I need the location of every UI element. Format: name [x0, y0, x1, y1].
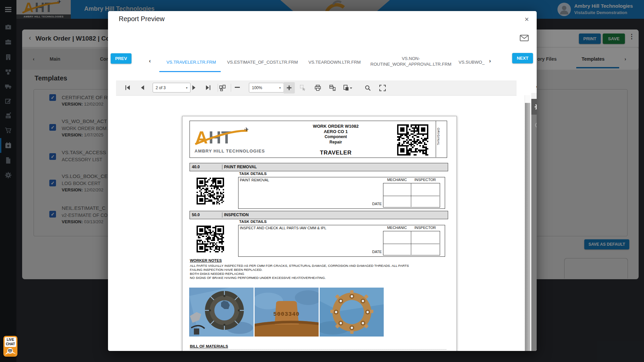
worker-note-line: ALL PARTS VISUALLY INSPECTED AS PER CMM …: [190, 264, 409, 267]
bom-header: OFF: [428, 351, 438, 351]
inspector-label: INSPECTOR: [411, 226, 439, 230]
photo-brake-disc: [189, 288, 254, 337]
prev-report-button[interactable]: PREV: [111, 53, 131, 64]
section-title: PAINT REMOVAL: [222, 165, 257, 170]
scrollbar-thumb[interactable]: [525, 103, 530, 351]
date-label: DATE: [358, 250, 382, 254]
viewer-search-button[interactable]: [365, 85, 371, 91]
report-line4: Repair: [280, 140, 391, 144]
zoom-in-button[interactable]: [283, 82, 295, 94]
task-qr-code: [197, 178, 224, 204]
live-chat-label: LIVECHAT: [5, 337, 16, 347]
fullscreen-button[interactable]: [379, 85, 386, 91]
report-doc-title: TRAVELER: [280, 149, 391, 156]
report-original-label: ORIGINAL: [437, 128, 440, 151]
prev-page-button[interactable]: [140, 85, 145, 90]
next-report-button[interactable]: NEXT: [512, 53, 533, 63]
bom-header: PN: [191, 351, 196, 351]
bom-header: UOM: [341, 351, 350, 351]
report-viewer: 2 of 3▾ 100%▾: [116, 80, 517, 351]
print-button[interactable]: [315, 85, 321, 91]
page-layout-button[interactable]: [219, 85, 226, 91]
email-icon[interactable]: [519, 35, 529, 42]
report-tab[interactable]: VS.NON-ROUTINE_WORK_APPROVAL.LTR.FRM: [367, 56, 454, 67]
live-chat-mascot-icon: [4, 347, 16, 356]
screen: ‹ Work Order | W1082 | Com PRINT SAVE ⋮ …: [0, 0, 644, 362]
photo-back-up-ring: [320, 288, 384, 337]
next-page-button[interactable]: [191, 85, 197, 90]
inspector-label: INSPECTOR: [411, 178, 439, 182]
bom-header: DESCRIPTION: [227, 351, 252, 351]
pan-select-button[interactable]: [300, 85, 306, 91]
search-icon[interactable]: [534, 122, 537, 129]
gear-icon: [534, 103, 537, 111]
task-qr-code: [197, 226, 224, 252]
zoom-out-button[interactable]: [234, 86, 240, 88]
report-preview-modal: Report Preview × PREV NEXT ‹ VS.TRAVELER…: [108, 11, 537, 351]
mechanic-label: MECHANIC: [383, 226, 411, 230]
report-tab[interactable]: VS.TRAVELER.LTR.FRM: [158, 60, 225, 65]
bom-header: QTY:: [391, 351, 399, 351]
export-button[interactable]: [343, 85, 352, 91]
task-text: PAINT REMOVAL: [240, 178, 269, 182]
report-work-order: WORK ORDER W1082: [280, 124, 391, 129]
close-icon[interactable]: ×: [525, 15, 529, 24]
worker-notes-label: WORKER NOTES: [190, 258, 222, 262]
report-line3: Component: [280, 134, 391, 139]
svg-text:5003340: 5003340: [273, 311, 300, 317]
section-bar: 40.0 PAINT REMOVAL: [190, 163, 448, 171]
live-chat-button[interactable]: LIVECHAT: [3, 336, 17, 357]
section-bar: 50.0 INSPECTION: [190, 211, 448, 219]
bom-header: ON: [405, 351, 414, 351]
bom-label: BILL OF MATERIALS: [190, 344, 228, 348]
active-tab-underline: [159, 71, 221, 72]
section-title: INSPECTION: [222, 213, 249, 218]
svg-text:✈: ✈: [244, 127, 249, 133]
report-customer: AERO CO 1: [280, 129, 391, 134]
section-number: 50.0: [192, 213, 200, 217]
report-tab[interactable]: VS.TEARDOWN.LTR.FRM: [304, 60, 366, 65]
report-logo-caption: AMBRY HILL TECHNOLOGIES: [195, 148, 265, 154]
bom-divider: [190, 349, 446, 350]
mechanic-label: MECHANIC: [383, 178, 411, 182]
page-select[interactable]: 2 of 3▾: [153, 83, 191, 93]
report-tab[interactable]: VS.SUBWO_: [456, 60, 487, 65]
report-tabs-scroll-left-icon[interactable]: ‹: [149, 58, 151, 64]
task-details-label: TASK DETAILS: [239, 220, 267, 224]
report-qr-code: [397, 124, 428, 156]
last-page-button[interactable]: [205, 85, 211, 90]
section-number: 40.0: [192, 165, 200, 169]
viewer-search-panel: [531, 115, 537, 351]
bom-header: FIGURE/ITEM: [358, 351, 382, 351]
photo-stamped-part: 5003340: [255, 288, 319, 337]
bom-header: REM: [438, 351, 448, 351]
first-page-button[interactable]: [125, 85, 130, 90]
print-page-button[interactable]: [329, 85, 336, 91]
task-text: INSPECT AND CHECK ALL PARTS IAW CMM & IP…: [240, 226, 326, 230]
task-details-label: TASK DETAILS: [239, 172, 267, 176]
bom-header: CD: [330, 351, 336, 351]
worker-note-line: BOTH DISKS NEEDED REPLACING: [190, 272, 244, 276]
viewer-toolbar: 2 of 3▾ 100%▾: [116, 80, 517, 96]
report-page: A HT ✈ AMBRY HILL TECHNOLOGIES WORK ORDE…: [182, 116, 457, 351]
report-aht-logo: A HT ✈: [195, 127, 273, 148]
viewer-scrollbar[interactable]: [525, 95, 530, 351]
bom-header: USED: [415, 351, 428, 351]
worker-note-line: FAILING INSPECTION HAVE BEEN REPLACED.: [190, 268, 263, 272]
viewer-settings-button[interactable]: [531, 99, 537, 115]
worker-note-line: NO SIGNS OF BRAKE HAVING PERFORMED UNDER…: [190, 276, 326, 280]
collapse-panel-icon[interactable]: ‹: [536, 84, 537, 89]
report-tab[interactable]: VS.ESTIMATE_OF_COST.LTR.FRM: [223, 60, 302, 65]
viewer-side-panel: [531, 93, 537, 351]
report-tabs-scroll-right-icon[interactable]: ›: [489, 58, 491, 64]
zoom-select[interactable]: 100%▾: [249, 83, 284, 93]
date-label: DATE: [358, 202, 382, 206]
modal-title: Report Preview: [119, 15, 165, 23]
